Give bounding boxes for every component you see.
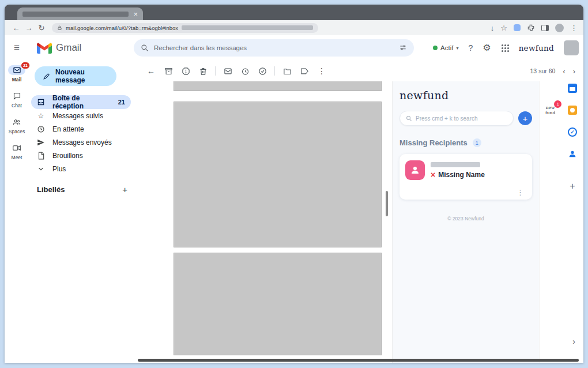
labels-icon[interactable] bbox=[296, 67, 313, 76]
url-text: mail.google.com/mail/u/0/?tab=rm&ogbl#in… bbox=[66, 25, 178, 31]
gmail-header: Gmail Actif ▾ ? ⚙ newfund bbox=[29, 35, 583, 61]
gmail-logo[interactable]: Gmail bbox=[37, 42, 81, 54]
rail-label-mail: Mail bbox=[12, 77, 22, 82]
settings-gear-icon[interactable]: ⚙ bbox=[483, 43, 491, 52]
account-avatar[interactable] bbox=[564, 40, 579, 55]
move-to-icon[interactable] bbox=[278, 67, 296, 76]
get-addons-icon[interactable]: + bbox=[570, 182, 575, 191]
clock-icon bbox=[37, 125, 45, 133]
delete-icon[interactable] bbox=[194, 67, 212, 76]
search-options-icon[interactable] bbox=[399, 44, 407, 52]
gmail-logo-text: Gmail bbox=[56, 42, 81, 54]
horizontal-scrollbar[interactable] bbox=[138, 359, 579, 362]
person-icon bbox=[410, 165, 420, 175]
missing-recipients-title: Missing Recipients bbox=[399, 138, 468, 147]
browser-profile-avatar[interactable] bbox=[555, 24, 564, 32]
pagination-text: 13 sur 60 bbox=[530, 67, 556, 74]
omnibox[interactable]: mail.google.com/mail/u/0/?tab=rm&ogbl#in… bbox=[52, 23, 318, 33]
newfund-search-box[interactable] bbox=[399, 111, 514, 126]
older-email-icon[interactable]: › bbox=[573, 67, 575, 76]
newfund-notification-badge: 1 bbox=[554, 100, 561, 108]
newfund-add-button[interactable]: + bbox=[518, 111, 532, 125]
newfund-logo: newfund bbox=[399, 89, 532, 102]
gmail-body: Nouveau message Boîte de réception 21 ☆ … bbox=[29, 61, 583, 363]
email-content-area bbox=[135, 81, 392, 363]
addon-rail: 1 new fund ✓ + › bbox=[539, 81, 583, 363]
sidebar-item-inbox[interactable]: Boîte de réception 21 bbox=[31, 95, 131, 109]
toolbar-divider bbox=[215, 66, 216, 76]
url-redacted bbox=[182, 25, 313, 30]
chevron-down-icon: ▾ bbox=[456, 46, 458, 51]
add-label-icon[interactable]: + bbox=[122, 185, 127, 194]
compose-label: Nouveau message bbox=[55, 68, 108, 84]
extension-pin-icon[interactable] bbox=[514, 24, 521, 31]
sidebar-label-snoozed: En attente bbox=[52, 125, 84, 133]
missing-recipient-card[interactable]: × Missing Name ⋮ bbox=[399, 154, 532, 200]
download-icon[interactable]: ↓ bbox=[491, 24, 495, 32]
help-icon[interactable]: ? bbox=[468, 44, 473, 52]
vertical-scrollbar[interactable] bbox=[386, 191, 388, 216]
tab-close-icon[interactable]: × bbox=[133, 10, 138, 18]
rail-label-meet: Meet bbox=[12, 155, 22, 160]
inbox-icon bbox=[37, 98, 45, 106]
browser-tab[interactable]: × bbox=[17, 7, 143, 20]
back-icon[interactable]: ← bbox=[10, 24, 22, 32]
inbox-count: 21 bbox=[118, 99, 125, 106]
rail-item-chat[interactable]: Chat bbox=[5, 91, 29, 108]
back-to-inbox-icon[interactable]: ← bbox=[142, 66, 160, 76]
reload-icon[interactable]: ↻ bbox=[36, 24, 47, 32]
newfund-panel: newfund + Missing Recipients 1 bbox=[392, 81, 539, 363]
spaces-icon bbox=[12, 118, 21, 126]
card-menu-icon[interactable]: ⋮ bbox=[405, 188, 526, 197]
newfund-extension-mini[interactable]: 1 new fund bbox=[544, 104, 556, 117]
add-to-tasks-icon[interactable] bbox=[254, 67, 271, 76]
send-icon bbox=[37, 138, 45, 147]
keep-icon[interactable] bbox=[568, 106, 577, 115]
gmail-app: ≡ 21 Mail Chat bbox=[5, 35, 583, 363]
forward-icon[interactable]: → bbox=[23, 24, 35, 32]
more-options-icon[interactable]: ⋮ bbox=[313, 66, 330, 76]
mark-unread-icon[interactable] bbox=[219, 67, 236, 76]
report-spam-icon[interactable] bbox=[177, 67, 194, 76]
chevron-down-icon bbox=[37, 165, 45, 173]
hide-side-panel-icon[interactable]: › bbox=[572, 337, 575, 346]
side-panel-icon[interactable] bbox=[541, 25, 549, 31]
snooze-icon[interactable] bbox=[236, 67, 254, 76]
sidebar-item-starred[interactable]: ☆ Messages suivis bbox=[29, 109, 131, 122]
search-icon bbox=[141, 44, 149, 52]
email-block-redacted bbox=[174, 81, 382, 91]
sidebar-label-more: Plus bbox=[52, 165, 66, 173]
email-block-redacted bbox=[174, 102, 382, 247]
newer-email-icon[interactable]: ‹ bbox=[563, 67, 565, 76]
lock-icon bbox=[57, 25, 62, 31]
rail-item-meet[interactable]: Meet bbox=[5, 143, 29, 160]
mail-unread-badge: 21 bbox=[21, 62, 30, 69]
google-apps-grid-icon[interactable] bbox=[501, 44, 509, 52]
newfund-search-input[interactable] bbox=[416, 115, 507, 122]
rail-item-spaces[interactable]: Spaces bbox=[5, 117, 29, 134]
browser-address-bar: ← → ↻ mail.google.com/mail/u/0/?tab=rm&o… bbox=[5, 20, 583, 35]
extensions-puzzle-icon[interactable] bbox=[527, 24, 535, 32]
status-selector[interactable]: Actif ▾ bbox=[433, 44, 458, 51]
bookmark-star-icon[interactable]: ☆ bbox=[500, 24, 507, 32]
recipient-email-redacted bbox=[431, 162, 480, 167]
sidebar-label-drafts: Brouillons bbox=[52, 152, 83, 160]
sidebar-item-sent[interactable]: Messages envoyés bbox=[29, 136, 131, 149]
main-menu-icon[interactable]: ≡ bbox=[5, 35, 29, 61]
archive-icon[interactable] bbox=[160, 67, 177, 76]
chrome-menu-icon[interactable]: ⋮ bbox=[570, 24, 578, 32]
missing-x-icon: × bbox=[431, 171, 435, 179]
labels-title: Libellés bbox=[37, 185, 65, 194]
compose-button[interactable]: Nouveau message bbox=[35, 66, 116, 86]
contacts-icon[interactable] bbox=[568, 149, 577, 159]
gmail-search-bar[interactable] bbox=[134, 39, 414, 57]
sidebar-item-more[interactable]: Plus bbox=[29, 162, 131, 175]
sidebar-item-snoozed[interactable]: En attente bbox=[29, 122, 131, 136]
tasks-icon[interactable]: ✓ bbox=[568, 127, 577, 137]
gmail-search-input[interactable] bbox=[154, 44, 394, 51]
tab-title-redacted bbox=[22, 12, 129, 17]
email-block-redacted bbox=[174, 253, 382, 355]
sidebar-item-drafts[interactable]: Brouillons bbox=[29, 149, 131, 162]
calendar-icon[interactable] bbox=[568, 84, 577, 93]
rail-item-mail[interactable]: 21 Mail bbox=[5, 65, 29, 82]
